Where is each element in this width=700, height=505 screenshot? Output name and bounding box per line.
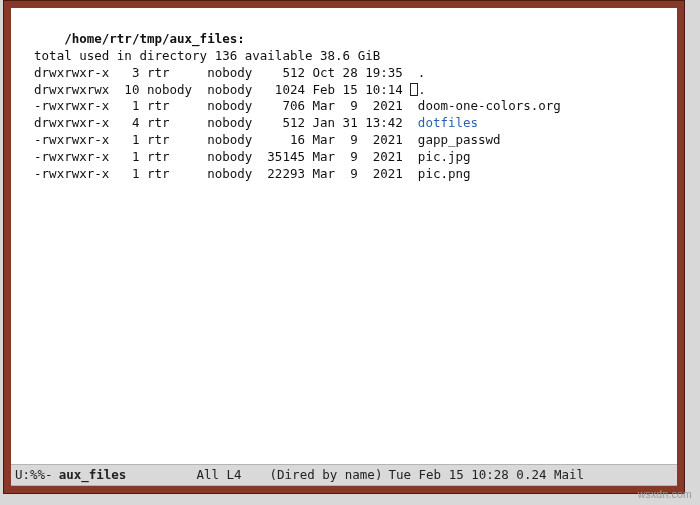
dired-buffer[interactable]: /home/rtr/tmp/aux_files: total used in d…	[11, 8, 677, 464]
watermark-text: wsxdn.com	[638, 487, 692, 501]
dired-summary-line: total used in directory 136 available 38…	[19, 48, 380, 63]
dired-listing: drwxrwxr-x 3 rtr nobody 512 Oct 28 19:35…	[19, 65, 669, 183]
dired-file-name[interactable]: .	[418, 65, 426, 80]
dired-row[interactable]: -rwxrwxr-x 1 rtr nobody 16 Mar 9 2021 ga…	[19, 132, 669, 149]
mode-line-time-mail: Tue Feb 15 10:28 0.24 Mail	[388, 467, 584, 484]
dired-file-name[interactable]: doom-one-colors.org	[418, 98, 561, 113]
dired-file-name[interactable]: .	[418, 82, 426, 97]
mode-line-major-mode: (Dired by name)	[270, 467, 383, 484]
dired-row[interactable]: drwxrwxr-x 4 rtr nobody 512 Jan 31 13:42…	[19, 115, 669, 132]
dired-row[interactable]: drwxrwxrwx 10 nobody nobody 1024 Feb 15 …	[19, 82, 669, 99]
mode-line-position: All L4	[196, 467, 241, 484]
mode-line-status: U:%%-	[15, 467, 53, 484]
emacs-window-frame: /home/rtr/tmp/aux_files: total used in d…	[3, 0, 685, 494]
dired-row[interactable]: -rwxrwxr-x 1 rtr nobody 22293 Mar 9 2021…	[19, 166, 669, 183]
dired-file-name[interactable]: dotfiles	[418, 115, 478, 130]
dired-file-name[interactable]: pic.png	[418, 166, 471, 181]
dired-row[interactable]: drwxrwxr-x 3 rtr nobody 512 Oct 28 19:35…	[19, 65, 669, 82]
dired-file-name[interactable]: pic.jpg	[418, 149, 471, 164]
emacs-window-inner: /home/rtr/tmp/aux_files: total used in d…	[11, 8, 677, 486]
dired-file-name[interactable]: gapp_passwd	[418, 132, 501, 147]
mode-line[interactable]: U:%%- aux_files All L4 (Dired by name) T…	[11, 464, 677, 486]
dired-row[interactable]: -rwxrwxr-x 1 rtr nobody 706 Mar 9 2021 d…	[19, 98, 669, 115]
mode-line-buffer-name: aux_files	[53, 467, 139, 484]
dired-row[interactable]: -rwxrwxr-x 1 rtr nobody 35145 Mar 9 2021…	[19, 149, 669, 166]
dired-path-header: /home/rtr/tmp/aux_files:	[64, 31, 245, 46]
